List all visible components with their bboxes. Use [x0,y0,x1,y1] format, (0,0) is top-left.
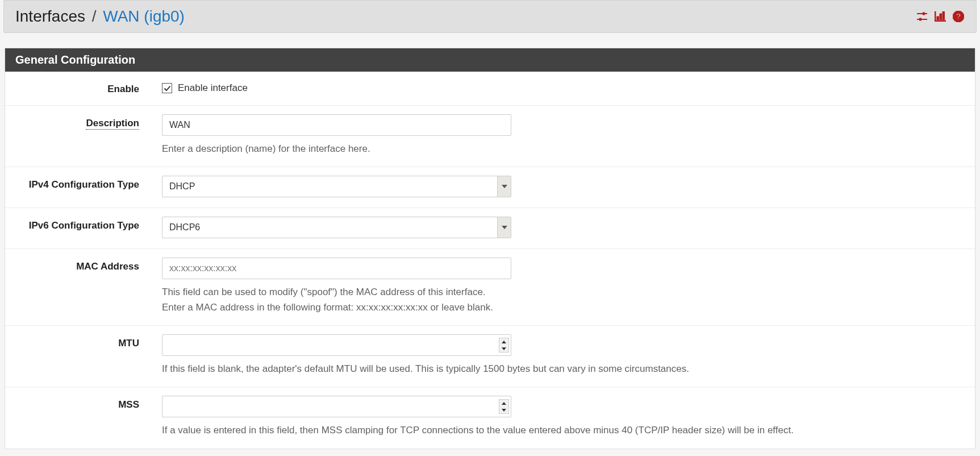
panel-body: Enable Enable interface Description Ente… [5,72,975,449]
ipv6-type-value: DHCP6 [162,219,497,236]
chevron-down-icon [499,407,508,413]
breadcrumb-root[interactable]: Interfaces [15,7,85,25]
svg-marker-12 [502,226,507,229]
help-icon[interactable]: ? [952,10,965,23]
svg-rect-2 [923,13,925,15]
row-mss: MSS If a value is entered in this field,… [5,387,975,448]
mtu-input[interactable] [162,334,511,356]
row-mac-address: MAC Address This field can be used to mo… [5,249,975,326]
general-configuration-panel: General Configuration Enable Enable inte… [5,48,975,449]
description-help: Enter a description (name) for the inter… [162,142,965,156]
label-mtu: MTU [15,334,162,376]
label-mss: MSS [15,396,162,438]
ipv6-type-select[interactable]: DHCP6 [162,217,511,238]
chevron-up-icon [499,338,508,345]
row-mtu: MTU If this field is blank, the adapter'… [5,326,975,387]
svg-text:?: ? [956,12,961,21]
mss-input[interactable] [162,396,511,417]
mac-address-input[interactable] [162,258,511,279]
row-ipv6-type: IPv6 Configuration Type DHCP6 [5,208,975,249]
chevron-down-icon [497,176,511,197]
label-ipv6-type: IPv6 Configuration Type [15,217,162,238]
number-stepper[interactable] [499,338,509,353]
label-ipv4-type: IPv4 Configuration Type [15,176,162,197]
sliders-icon[interactable] [916,10,928,23]
ipv4-type-value: DHCP [162,178,497,195]
svg-rect-4 [935,11,936,22]
chevron-down-icon [497,217,511,238]
row-enable: Enable Enable interface [5,72,975,106]
breadcrumb-current[interactable]: WAN (igb0) [103,7,185,25]
header-action-icons: ? [916,10,965,23]
svg-rect-5 [935,20,946,22]
mss-help: If a value is entered in this field, the… [162,423,965,438]
page-header: Interfaces / WAN (igb0) ? [3,0,977,33]
number-stepper[interactable] [499,399,509,414]
svg-marker-14 [502,347,506,350]
label-enable: Enable [15,80,162,95]
panel-title: General Configuration [5,48,975,72]
bar-chart-icon[interactable] [934,10,946,23]
label-description: Description [15,114,162,156]
enable-checkbox[interactable] [162,83,172,93]
svg-marker-15 [502,402,506,405]
description-input[interactable] [162,114,511,136]
ipv4-type-select[interactable]: DHCP [162,176,511,197]
breadcrumb-separator: / [92,7,97,25]
row-description: Description Enter a description (name) f… [5,106,975,167]
chevron-up-icon [499,400,508,407]
svg-rect-8 [943,11,945,20]
enable-checkbox-label[interactable]: Enable interface [178,82,248,94]
svg-rect-6 [937,16,939,20]
mtu-help: If this field is blank, the adapter's de… [162,362,965,376]
chevron-down-icon [499,345,508,352]
breadcrumb: Interfaces / WAN (igb0) [15,7,185,26]
svg-rect-7 [940,14,942,20]
svg-marker-11 [502,185,507,188]
row-ipv4-type: IPv4 Configuration Type DHCP [5,167,975,208]
mac-address-help: This field can be used to modify ("spoof… [162,285,965,315]
svg-marker-16 [502,409,506,412]
svg-rect-3 [919,18,921,21]
svg-marker-13 [502,341,506,343]
label-mac-address: MAC Address [15,258,162,315]
